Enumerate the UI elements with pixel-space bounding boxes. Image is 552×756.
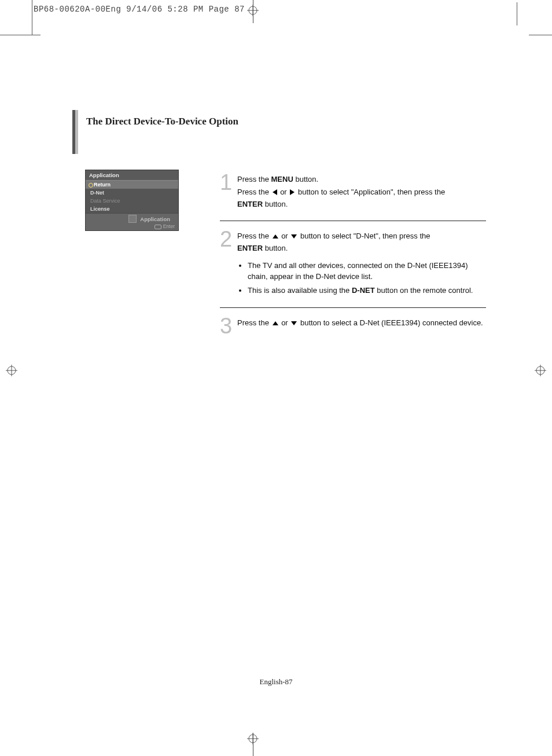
text: Press the	[237, 175, 271, 184]
print-header: BP68-00620A-00Eng 9/14/06 5:28 PM Page 8…	[34, 5, 245, 14]
step-body: Press the or button to select "D-Net", t…	[237, 229, 486, 299]
arrow-right-icon	[290, 189, 295, 195]
dnet-label: D-NET	[352, 286, 375, 295]
text: Press the	[237, 188, 271, 196]
osd-footer-label: Application	[140, 216, 170, 222]
crop-mark	[529, 35, 552, 35]
title-marker-icon	[72, 110, 78, 154]
text: Press the	[237, 318, 271, 327]
osd-footer: Application Enter	[86, 213, 178, 230]
osd-item-dnet: D-Net	[86, 189, 178, 197]
steps: 1 Press the MENU button. Press the or bu…	[220, 173, 486, 344]
section-title: The Direct Device-To-Device Option	[78, 116, 238, 154]
menu-label: MENU	[271, 175, 293, 184]
osd-footer-icon	[128, 215, 137, 223]
step-3: 3 Press the or button to select a D-Net …	[220, 316, 486, 336]
step-2: 2 Press the or button to select "D-Net",…	[220, 229, 486, 299]
text: Press the	[237, 232, 271, 240]
bullet: The TV and all other devices, connected …	[248, 260, 486, 282]
bullet: This is also available using the D-NET b…	[248, 285, 486, 296]
text: button to select a D-Net (IEEE1394) conn…	[298, 318, 483, 327]
osd-item-license: License	[86, 205, 178, 213]
text: button.	[263, 244, 288, 252]
crop-mark	[32, 0, 32, 35]
registration-mark-icon	[247, 5, 259, 16]
enter-label: ENTER	[237, 200, 263, 208]
crop-mark	[517, 2, 517, 25]
arrow-left-icon	[273, 189, 277, 195]
crop-mark	[0, 35, 41, 35]
text: button.	[293, 175, 318, 184]
text: or	[279, 232, 290, 240]
text: button on the remote control.	[375, 286, 473, 295]
arrow-up-icon	[273, 321, 278, 325]
registration-mark-icon	[6, 365, 17, 376]
registration-mark-icon	[535, 365, 546, 376]
osd-item-dataservice: Data Service	[86, 197, 178, 205]
step-number: 1	[220, 173, 237, 211]
osd-title: Application	[86, 170, 178, 180]
osd-menu: Application Return D-Net Data Service Li…	[85, 170, 179, 231]
section-title-bar: The Direct Device-To-Device Option	[72, 110, 503, 154]
divider	[220, 221, 486, 221]
divider	[220, 307, 486, 308]
osd-return-row: Return	[86, 180, 178, 189]
step-number: 2	[220, 229, 237, 299]
text: button.	[263, 200, 288, 208]
step-body: Press the or button to select a D-Net (I…	[237, 316, 486, 336]
arrow-down-icon	[291, 321, 297, 325]
step-body: Press the MENU button. Press the or butt…	[237, 173, 486, 211]
osd-enter-label: Enter	[154, 223, 175, 229]
arrow-up-icon	[273, 234, 278, 238]
step-1: 1 Press the MENU button. Press the or bu…	[220, 173, 486, 211]
page-footer: English-87	[0, 677, 552, 687]
text: or	[278, 188, 289, 196]
step-number: 3	[220, 316, 237, 336]
text: button to select "D-Net", then press the	[298, 232, 430, 240]
text: or	[279, 318, 290, 327]
arrow-down-icon	[291, 234, 297, 238]
text: This is also available using the	[248, 286, 352, 295]
enter-label: ENTER	[237, 244, 263, 252]
registration-mark-icon	[247, 733, 259, 744]
text: button to select "Application", then pre…	[296, 188, 445, 196]
